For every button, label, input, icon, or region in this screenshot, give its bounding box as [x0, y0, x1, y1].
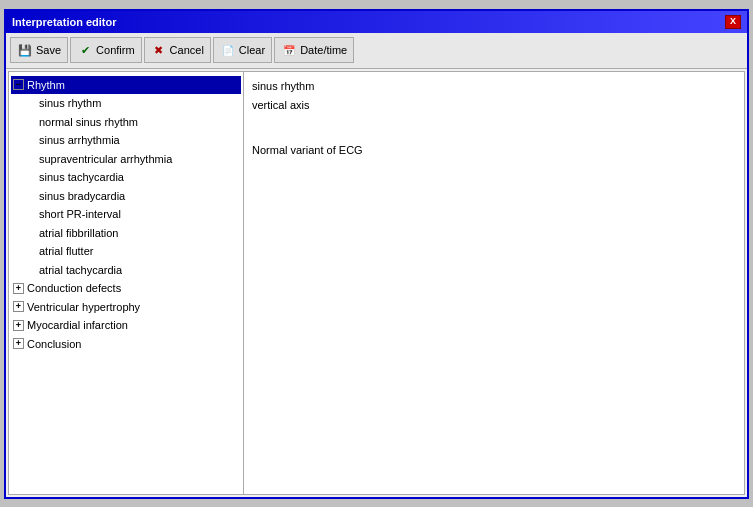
datetime-label: Date/time — [300, 44, 347, 56]
expand-conduction-icon[interactable]: + — [13, 283, 24, 294]
title-bar-controls: X — [725, 15, 741, 29]
tree-item-atrial-tachycardia[interactable]: atrial tachycardia — [11, 261, 241, 280]
tree-item-ventricular[interactable]: + Ventricular hypertrophy — [11, 298, 241, 317]
rhythm-label: Rhythm — [27, 77, 65, 94]
save-icon — [17, 42, 33, 58]
text-panel: sinus rhythm vertical axis Normal varian… — [244, 72, 744, 494]
cancel-icon — [151, 42, 167, 58]
tree-item-normal-sinus-rhythm[interactable]: normal sinus rhythm — [11, 113, 241, 132]
tree-item-atrial-fib[interactable]: atrial fibbrillation — [11, 224, 241, 243]
clear-icon — [220, 42, 236, 58]
tree-item-rhythm[interactable]: − Rhythm — [11, 76, 241, 95]
ventricular-label: Ventricular hypertrophy — [27, 299, 140, 316]
window-title: Interpretation editor — [12, 16, 117, 28]
text-line-1: sinus rhythm — [252, 78, 736, 96]
expand-myocardial-icon[interactable]: + — [13, 320, 24, 331]
sinus-tachycardia-label: sinus tachycardia — [39, 169, 124, 186]
tree-item-short-pr[interactable]: short PR-interval — [11, 205, 241, 224]
tree-item-conclusion[interactable]: + Conclusion — [11, 335, 241, 354]
conclusion-label: Conclusion — [27, 336, 81, 353]
close-button[interactable]: X — [725, 15, 741, 29]
expand-conclusion-icon[interactable]: + — [13, 338, 24, 349]
confirm-label: Confirm — [96, 44, 135, 56]
text-line-3: Normal variant of ECG — [252, 142, 736, 160]
sinus-bradycardia-label: sinus bradycardia — [39, 188, 125, 205]
sinus-arrhythmia-label: sinus arrhythmia — [39, 132, 120, 149]
supraventricular-label: supraventricular arrhythmia — [39, 151, 172, 168]
cancel-button[interactable]: Cancel — [144, 37, 211, 63]
expand-ventricular-icon[interactable]: + — [13, 301, 24, 312]
tree-item-myocardial[interactable]: + Myocardial infarction — [11, 316, 241, 335]
save-label: Save — [36, 44, 61, 56]
collapse-icon[interactable]: − — [13, 79, 24, 90]
content-area: − Rhythm sinus rhythm normal sinus rhyth… — [8, 71, 745, 495]
tree-panel[interactable]: − Rhythm sinus rhythm normal sinus rhyth… — [9, 72, 244, 494]
confirm-button[interactable]: Confirm — [70, 37, 142, 63]
datetime-icon — [281, 42, 297, 58]
save-button[interactable]: Save — [10, 37, 68, 63]
normal-sinus-rhythm-label: normal sinus rhythm — [39, 114, 138, 131]
main-window: Interpretation editor X Save Confirm Can… — [4, 9, 749, 499]
atrial-flutter-label: atrial flutter — [39, 243, 93, 260]
sinus-rhythm-label: sinus rhythm — [39, 95, 101, 112]
tree-item-sinus-rhythm[interactable]: sinus rhythm — [11, 94, 241, 113]
atrial-fib-label: atrial fibbrillation — [39, 225, 118, 242]
tree-item-sinus-bradycardia[interactable]: sinus bradycardia — [11, 187, 241, 206]
datetime-button[interactable]: Date/time — [274, 37, 354, 63]
toolbar: Save Confirm Cancel Clear Date/time — [6, 33, 747, 69]
clear-label: Clear — [239, 44, 265, 56]
tree-item-conduction[interactable]: + Conduction defects — [11, 279, 241, 298]
tree-item-sinus-tachycardia[interactable]: sinus tachycardia — [11, 168, 241, 187]
confirm-icon — [77, 42, 93, 58]
tree-item-atrial-flutter[interactable]: atrial flutter — [11, 242, 241, 261]
clear-button[interactable]: Clear — [213, 37, 272, 63]
short-pr-label: short PR-interval — [39, 206, 121, 223]
cancel-label: Cancel — [170, 44, 204, 56]
text-line-2: vertical axis — [252, 97, 736, 115]
conduction-label: Conduction defects — [27, 280, 121, 297]
tree-item-supraventricular[interactable]: supraventricular arrhythmia — [11, 150, 241, 169]
title-bar: Interpretation editor X — [6, 11, 747, 33]
atrial-tachycardia-label: atrial tachycardia — [39, 262, 122, 279]
myocardial-label: Myocardial infarction — [27, 317, 128, 334]
tree-item-sinus-arrhythmia[interactable]: sinus arrhythmia — [11, 131, 241, 150]
